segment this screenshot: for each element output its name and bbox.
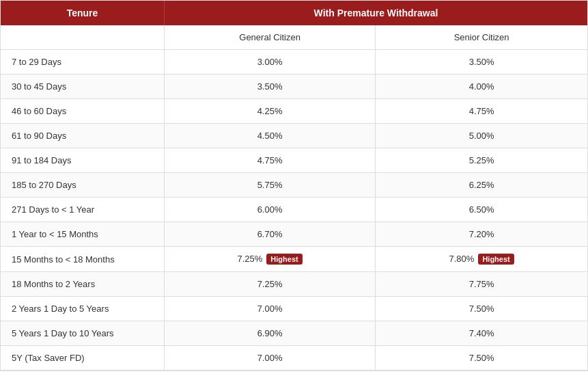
general-rate-cell: 3.00%	[164, 50, 375, 75]
senior-rate-cell: 6.50%	[376, 198, 587, 222]
tenure-cell: 185 to 270 Days	[1, 173, 164, 198]
highest-badge-senior: Highest	[478, 254, 514, 265]
highest-badge-general: Highest	[266, 254, 302, 265]
table-row: 2 Years 1 Day to 5 Years7.00%7.50%	[1, 297, 587, 321]
tenure-cell: 1 Year to < 15 Months	[1, 222, 164, 247]
senior-rate-cell: 7.40%	[376, 321, 587, 346]
table-row: 30 to 45 Days3.50%4.00%	[1, 75, 587, 99]
tenure-cell: 5Y (Tax Saver FD)	[1, 346, 164, 371]
general-rate-cell: 7.25%	[164, 272, 375, 297]
fd-rates-table: Tenure With Premature Withdrawal General…	[0, 0, 588, 371]
general-rate-cell: 4.75%	[164, 148, 375, 173]
general-rate-cell: 4.50%	[164, 124, 375, 148]
tenure-cell: 61 to 90 Days	[1, 124, 164, 148]
general-rate-cell: 6.90%	[164, 321, 375, 346]
table-row: 91 to 184 Days4.75%5.25%	[1, 148, 587, 173]
tenure-cell: 7 to 29 Days	[1, 50, 164, 75]
tenure-sub-header	[1, 25, 164, 50]
general-citizen-header: General Citizen	[164, 25, 375, 50]
senior-rate-cell: 7.80%Highest	[376, 247, 587, 272]
tenure-main-header: Tenure	[1, 1, 164, 25]
table-row: 7 to 29 Days3.00%3.50%	[1, 50, 587, 75]
tenure-cell: 5 Years 1 Day to 10 Years	[1, 321, 164, 346]
tenure-cell: 271 Days to < 1 Year	[1, 198, 164, 222]
table-row: 61 to 90 Days4.50%5.00%	[1, 124, 587, 148]
table-row: 5Y (Tax Saver FD)7.00%7.50%	[1, 346, 587, 371]
senior-rate-cell: 5.00%	[376, 124, 587, 148]
table-row: 271 Days to < 1 Year6.00%6.50%	[1, 198, 587, 222]
general-rate-cell: 6.00%	[164, 198, 375, 222]
senior-rate-cell: 6.25%	[376, 173, 587, 198]
table-row: 46 to 60 Days4.25%4.75%	[1, 99, 587, 124]
general-rate-cell: 4.25%	[164, 99, 375, 124]
general-rate-cell: 6.70%	[164, 222, 375, 247]
general-rate-cell: 7.00%	[164, 297, 375, 321]
senior-rate-cell: 5.25%	[376, 148, 587, 173]
tenure-cell: 15 Months to < 18 Months	[1, 247, 164, 272]
table-row: 1 Year to < 15 Months6.70%7.20%	[1, 222, 587, 247]
senior-citizen-header: Senior Citizen	[376, 25, 587, 50]
table-row: 5 Years 1 Day to 10 Years6.90%7.40%	[1, 321, 587, 346]
general-rate-cell: 5.75%	[164, 173, 375, 198]
tenure-cell: 91 to 184 Days	[1, 148, 164, 173]
general-rate-cell: 7.25%Highest	[164, 247, 375, 272]
senior-rate-cell: 7.50%	[376, 297, 587, 321]
senior-rate-cell: 7.50%	[376, 346, 587, 371]
main-header-row: Tenure With Premature Withdrawal	[1, 1, 587, 25]
senior-rate-cell: 4.75%	[376, 99, 587, 124]
senior-rate-cell: 7.20%	[376, 222, 587, 247]
tenure-cell: 2 Years 1 Day to 5 Years	[1, 297, 164, 321]
senior-rate-cell: 3.50%	[376, 50, 587, 75]
general-rate-cell: 3.50%	[164, 75, 375, 99]
table-row: 18 Months to 2 Years7.25%7.75%	[1, 272, 587, 297]
tenure-cell: 18 Months to 2 Years	[1, 272, 164, 297]
premature-withdrawal-header: With Premature Withdrawal	[164, 1, 587, 25]
senior-rate-cell: 4.00%	[376, 75, 587, 99]
senior-rate-cell: 7.75%	[376, 272, 587, 297]
table-row: 15 Months to < 18 Months7.25%Highest7.80…	[1, 247, 587, 272]
sub-header-row: General Citizen Senior Citizen	[1, 25, 587, 50]
tenure-cell: 46 to 60 Days	[1, 99, 164, 124]
tenure-cell: 30 to 45 Days	[1, 75, 164, 99]
table-row: 185 to 270 Days5.75%6.25%	[1, 173, 587, 198]
general-rate-cell: 7.00%	[164, 346, 375, 371]
